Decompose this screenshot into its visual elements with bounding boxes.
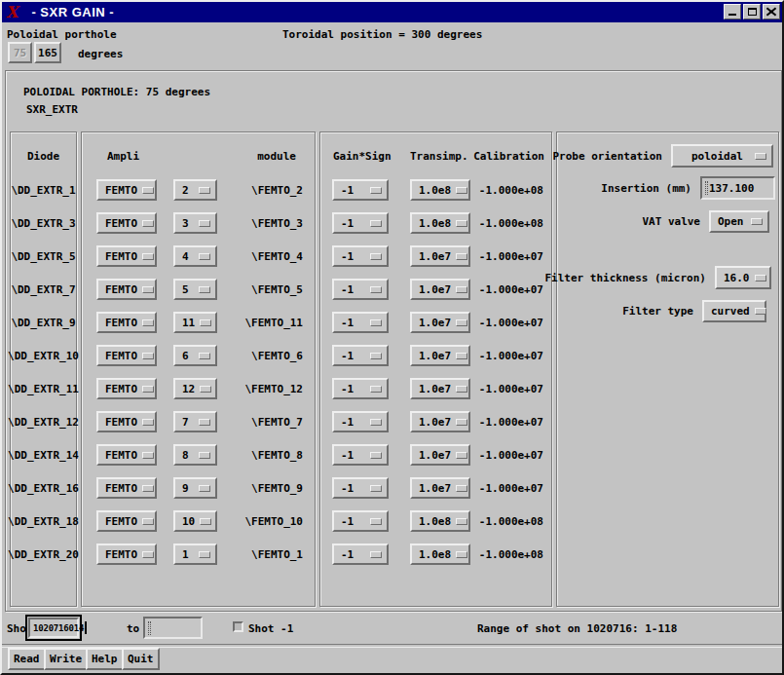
help-button[interactable]: Help	[86, 648, 124, 670]
filter-type-select[interactable]: curved	[702, 300, 766, 322]
ampli-number-select[interactable]: 10	[173, 510, 217, 532]
gain-sign-select[interactable]: -1	[332, 444, 389, 466]
transimp-select[interactable]: 1.0e8	[410, 510, 470, 532]
ampli-select[interactable]: FEMTO	[96, 378, 157, 399]
ampli-number-select-value: 3	[182, 217, 189, 230]
transimp-select[interactable]: 1.0e7	[410, 378, 470, 399]
table-row: -11.0e7-1.000e+07	[320, 339, 551, 372]
transimp-select[interactable]: 1.0e7	[410, 312, 470, 333]
transimp-select-value: 1.0e7	[419, 482, 451, 495]
calibration-value: -1.000e+07	[470, 250, 543, 263]
insertion-input[interactable]: 137.100	[700, 176, 775, 200]
calibration-value: -1.000e+07	[470, 449, 543, 462]
ampli-select[interactable]: FEMTO	[96, 279, 157, 300]
shot-minus1-checkbox[interactable]	[233, 621, 243, 632]
ampli-select[interactable]: FEMTO	[96, 345, 157, 366]
transimp-select[interactable]: 1.0e8	[410, 212, 470, 234]
ampli-number-select[interactable]: 6	[173, 345, 217, 366]
filter-type-value: curved	[711, 305, 750, 318]
transimp-select[interactable]: 1.0e7	[410, 345, 470, 366]
ampli-select[interactable]: FEMTO	[96, 477, 157, 499]
option-menu-glyph	[456, 187, 467, 194]
gain-sign-select[interactable]: -1	[332, 544, 389, 565]
gain-sign-select[interactable]: -1	[332, 245, 389, 267]
transimp-select[interactable]: 1.0e8	[410, 179, 470, 201]
ampli-select[interactable]: FEMTO	[96, 245, 157, 267]
diode-label: \DD_EXTR_5	[11, 250, 75, 263]
table-row: -11.0e8-1.000e+08	[320, 505, 551, 538]
maximize-button[interactable]	[743, 4, 761, 19]
ampli-select[interactable]: FEMTO	[96, 212, 157, 234]
calibration-value: -1.000e+07	[470, 283, 543, 296]
transimp-select-value: 1.0e7	[419, 383, 451, 395]
gain-sign-select-value: -1	[341, 184, 354, 197]
ampli-select-value: FEMTO	[105, 217, 137, 230]
ampli-number-select-value: 1	[182, 548, 189, 561]
transimp-select[interactable]: 1.0e7	[410, 279, 470, 300]
title-bar[interactable]: X - SXR GAIN -	[2, 2, 782, 22]
gain-sign-select[interactable]: -1	[332, 411, 389, 432]
read-button[interactable]: Read	[8, 648, 46, 670]
ampli-select[interactable]: FEMTO	[96, 179, 157, 201]
transimp-select[interactable]: 1.0e8	[410, 544, 470, 565]
ampli-select[interactable]: FEMTO	[96, 510, 157, 532]
transimp-select[interactable]: 1.0e7	[410, 245, 470, 267]
gain-rows: -11.0e8-1.000e+08-11.0e8-1.000e+08-11.0e…	[320, 173, 551, 571]
gain-sign-select[interactable]: -1	[332, 312, 389, 333]
ampli-number-select[interactable]: 7	[173, 411, 217, 432]
gain-sign-select-value: -1	[341, 250, 354, 263]
ampli-number-select[interactable]: 1	[173, 544, 217, 565]
ampli-number-select[interactable]: 2	[173, 179, 217, 201]
ampli-number-select[interactable]: 4	[173, 245, 217, 267]
porthole-165-button[interactable]: 165	[34, 42, 61, 63]
ampli-select-value: FEMTO	[105, 317, 137, 329]
probe-orientation-label: Probe orientation	[552, 150, 662, 163]
transimp-select[interactable]: 1.0e7	[410, 477, 470, 499]
table-row: \DD_EXTR_11	[11, 372, 76, 405]
ampli-number-select[interactable]: 5	[173, 279, 217, 300]
ampli-number-select[interactable]: 9	[173, 477, 217, 499]
option-menu-glyph	[456, 220, 467, 227]
vat-valve-select[interactable]: Open	[709, 210, 769, 233]
filter-thickness-select[interactable]: 16.0	[715, 266, 771, 289]
probe-orientation-select[interactable]: poloidal	[671, 144, 773, 168]
shot-to-input[interactable]	[143, 617, 203, 639]
quit-button-label: Quit	[128, 653, 154, 665]
transimp-select[interactable]: 1.0e7	[410, 411, 470, 432]
ampli-select[interactable]: FEMTO	[96, 312, 157, 333]
ampli-number-select[interactable]: 8	[173, 444, 217, 466]
table-row: \DD_EXTR_18	[11, 505, 76, 538]
option-menu-glyph	[142, 319, 154, 326]
diode-label: \DD_EXTR_1	[11, 184, 75, 197]
gain-sign-select[interactable]: -1	[332, 179, 389, 201]
ampli-number-select[interactable]: 3	[173, 212, 217, 234]
gain-sign-select[interactable]: -1	[332, 345, 389, 366]
gain-sign-select[interactable]: -1	[332, 279, 389, 300]
ampli-number-select-value: 8	[182, 449, 189, 462]
minimize-button[interactable]	[724, 4, 741, 19]
gain-sign-select[interactable]: -1	[332, 510, 389, 532]
calibration-value: -1.000e+08	[470, 184, 543, 197]
ampli-number-select[interactable]: 12	[173, 378, 217, 399]
gain-sign-select[interactable]: -1	[332, 477, 389, 499]
close-button[interactable]	[763, 4, 780, 19]
porthole-75-button[interactable]: 75	[8, 42, 32, 63]
transimp-select-value: 1.0e7	[419, 449, 451, 462]
shot-input[interactable]: 1020716014	[25, 615, 82, 641]
module-label: \FEMTO_6	[217, 350, 303, 362]
module-label: \FEMTO_5	[217, 283, 303, 296]
ampli-select[interactable]: FEMTO	[96, 411, 157, 432]
gain-sign-select[interactable]: -1	[332, 212, 389, 234]
ampli-select-value: FEMTO	[105, 250, 137, 263]
ampli-select[interactable]: FEMTO	[96, 444, 157, 466]
quit-button[interactable]: Quit	[122, 648, 160, 670]
ampli-number-select[interactable]: 11	[173, 312, 217, 333]
gain-sign-select-value: -1	[341, 515, 354, 528]
table-row: -11.0e7-1.000e+07	[320, 471, 551, 505]
ampli-select[interactable]: FEMTO	[96, 544, 157, 565]
transimp-select[interactable]: 1.0e7	[410, 444, 470, 466]
write-button[interactable]: Write	[44, 648, 88, 670]
probe-orientation-value: poloidal	[691, 150, 743, 163]
calibration-value: -1.000e+08	[470, 515, 543, 528]
gain-sign-select[interactable]: -1	[332, 378, 389, 399]
